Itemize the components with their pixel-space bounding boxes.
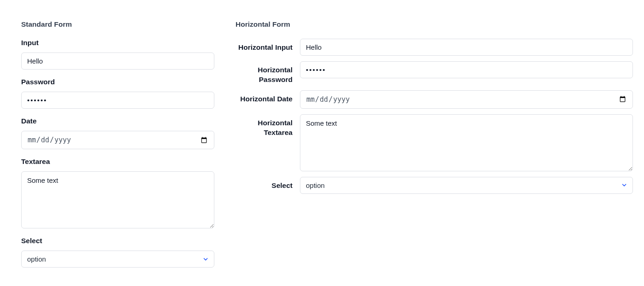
label-input: Input — [21, 39, 214, 47]
label-password: Password — [21, 78, 214, 86]
fg-select: Select option — [21, 237, 214, 268]
label-select: Select — [21, 237, 214, 245]
row-h-password: Horizontal Password — [236, 61, 633, 85]
fg-input: Input — [21, 39, 214, 70]
input-select[interactable]: option — [21, 251, 214, 268]
horizontal-form-title: Horizontal Form — [236, 20, 633, 29]
horizontal-form: Horizontal Form Horizontal Input Horizon… — [236, 20, 633, 286]
fg-date: Date — [21, 117, 214, 149]
h-input-date[interactable] — [300, 90, 633, 109]
label-h-input: Horizontal Input — [236, 39, 300, 53]
standard-form: Standard Form Input Password Date Textar… — [21, 20, 214, 286]
input-date[interactable] — [21, 131, 214, 149]
row-h-select: Select option — [236, 177, 633, 194]
label-h-select: Select — [236, 177, 300, 191]
h-input-textarea[interactable]: Some text — [300, 114, 633, 171]
fg-textarea: Textarea Some text — [21, 158, 214, 228]
row-h-date: Horizontal Date — [236, 90, 633, 109]
row-h-textarea: Horizontal Textarea Some text — [236, 114, 633, 171]
input-password[interactable] — [21, 92, 214, 109]
h-input-password[interactable] — [300, 61, 633, 78]
label-date: Date — [21, 117, 214, 125]
h-input-text[interactable] — [300, 39, 633, 56]
label-h-password: Horizontal Password — [236, 61, 300, 85]
row-h-input: Horizontal Input — [236, 39, 633, 56]
h-input-select[interactable]: option — [300, 177, 633, 194]
fg-password: Password — [21, 78, 214, 109]
label-h-date: Horizontal Date — [236, 90, 300, 104]
label-textarea: Textarea — [21, 158, 214, 166]
input-textarea[interactable]: Some text — [21, 171, 214, 228]
input-text[interactable] — [21, 53, 214, 70]
standard-form-title: Standard Form — [21, 20, 214, 29]
label-h-textarea: Horizontal Textarea — [236, 114, 300, 138]
